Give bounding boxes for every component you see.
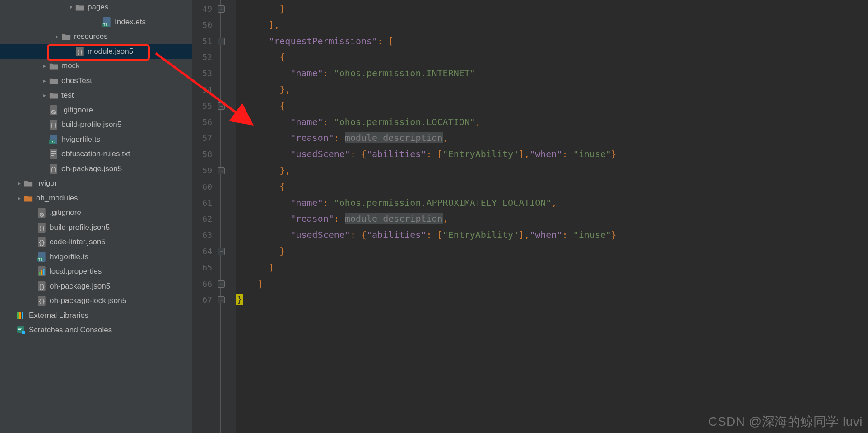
code-token: , — [443, 213, 448, 224]
code-token: ], — [519, 149, 529, 159]
svg-rect-15 — [51, 153, 56, 154]
code-token: , — [475, 116, 481, 127]
tree-item-index-ets[interactable]: TSIndex.ets — [0, 15, 192, 30]
code-token: { — [236, 100, 285, 111]
caret-brace: } — [236, 294, 243, 305]
line-number: 61 — [192, 195, 218, 211]
svg-text:TS: TS — [103, 23, 108, 27]
code-token: "usedScene" — [290, 149, 350, 159]
tree-item-hvigor[interactable]: ▸hvigor — [0, 176, 192, 191]
tree-item-resources[interactable]: ▸resources — [0, 29, 192, 44]
code-token: }, — [236, 84, 290, 95]
git-icon — [49, 105, 59, 115]
code-token: } — [236, 3, 285, 14]
tree-item-label: code-linter.json5 — [50, 237, 106, 247]
code-token — [236, 36, 269, 47]
tree-item--gitignore[interactable]: .gitignore — [0, 205, 192, 220]
fold-toggle-icon[interactable]: － — [218, 167, 225, 174]
tree-item-label: External Libraries — [29, 311, 88, 320]
svg-rect-30 — [39, 272, 40, 275]
code-token: , — [551, 197, 557, 208]
code-token: : [ — [426, 229, 442, 240]
folder-icon — [49, 76, 59, 86]
tree-item-oh-package-json5[interactable]: {}oh-package.json5 — [0, 279, 192, 294]
tree-item-hvigorfile-ts[interactable]: TShvigorfile.ts — [0, 132, 192, 147]
tree-item-oh-package-lock-json5[interactable]: {}oh-package-lock.json5 — [0, 293, 192, 308]
code-token: } — [236, 246, 285, 256]
code-token: module description — [345, 132, 443, 143]
tree-item-local-properties[interactable]: local.properties — [0, 264, 192, 279]
tree-item-oh-package-json5[interactable]: {}oh-package.json5 — [0, 162, 192, 177]
json5-icon: {} — [37, 281, 47, 291]
tree-item-hvigorfile-ts[interactable]: TShvigorfile.ts — [0, 250, 192, 265]
tree-item-module-json5[interactable]: {}module.json5 — [0, 44, 192, 59]
prop-icon — [37, 266, 47, 276]
tree-item-oh-modules[interactable]: ▸oh_modules — [0, 191, 192, 206]
tree-item-label: hvigor — [36, 179, 57, 188]
json5-icon: {} — [49, 164, 59, 174]
tree-item-code-linter-json5[interactable]: {}code-linter.json5 — [0, 235, 192, 250]
ts-icon: TS — [49, 135, 59, 144]
line-number: 55 — [192, 98, 218, 114]
tree-item-label: oh-package.json5 — [50, 282, 110, 291]
code-token — [236, 213, 290, 224]
line-numbers: 49505152535455565758596061626364656667 — [192, 0, 218, 433]
line-number: 63 — [192, 227, 218, 243]
tree-item--gitignore[interactable]: .gitignore — [0, 103, 192, 118]
tree-item-external-libraries[interactable]: External Libraries — [0, 308, 192, 323]
fold-toggle-icon[interactable]: － — [218, 248, 225, 255]
fold-toggle-icon[interactable]: － — [218, 5, 225, 13]
code-token: "name" — [290, 68, 323, 79]
txt-icon — [49, 149, 59, 159]
chevron-right-icon[interactable]: ▸ — [42, 78, 48, 84]
code-editor[interactable]: } ], "requestPermissions": [ { "name": "… — [236, 0, 868, 433]
chevron-right-icon[interactable]: ▸ — [16, 180, 23, 186]
tree-item-test[interactable]: ▸test — [0, 88, 192, 103]
tree-item-scratches-and-consoles[interactable]: Scratches and Consoles — [0, 323, 192, 338]
json5-icon: {} — [75, 47, 85, 56]
code-token: "EntryAbility" — [443, 149, 519, 159]
folder-icon — [23, 178, 33, 188]
fold-toggle-icon[interactable]: － — [218, 296, 225, 303]
svg-text:{}: {} — [50, 166, 57, 172]
svg-rect-16 — [51, 155, 55, 156]
svg-rect-31 — [41, 270, 42, 275]
fold-toggle-icon[interactable]: － — [218, 38, 225, 45]
git-icon — [37, 208, 47, 218]
tree-item-label: local.properties — [50, 267, 102, 276]
line-number: 58 — [192, 146, 218, 163]
code-token: } — [236, 278, 263, 289]
tree-item-build-profile-json5[interactable]: {}build-profile.json5 — [0, 117, 192, 132]
svg-text:{}: {} — [76, 49, 83, 55]
code-token: "name" — [290, 116, 323, 127]
tree-item-obfuscation-rules-txt[interactable]: obfuscation-rules.txt — [0, 147, 192, 162]
tree-item-ohostest[interactable]: ▸ohosTest — [0, 74, 192, 88]
tree-item-build-profile-json5[interactable]: {}build-profile.json5 — [0, 220, 192, 235]
fold-toggle-icon[interactable]: － — [218, 102, 225, 110]
code-token: { — [236, 181, 285, 192]
line-number: 51 — [192, 33, 218, 50]
line-number: 49 — [192, 1, 218, 17]
tree-item-label: hvigorfile.ts — [50, 252, 88, 261]
line-number: 57 — [192, 130, 218, 146]
chevron-right-icon[interactable]: ▸ — [54, 33, 60, 40]
chevron-right-icon[interactable]: ▸ — [42, 92, 48, 98]
line-number: 59 — [192, 163, 218, 179]
tree-item-pages[interactable]: ▾pages — [0, 0, 192, 15]
code-token: "when" — [529, 149, 562, 159]
line-number: 66 — [192, 276, 218, 292]
fold-toggle-icon[interactable]: － — [218, 280, 225, 288]
tree-item-mock[interactable]: ▸mock — [0, 59, 192, 74]
chevron-right-icon[interactable]: ▸ — [16, 195, 23, 201]
fold-column[interactable]: －－－－－－－ — [218, 0, 236, 433]
tree-item-label: oh-package-lock.json5 — [50, 296, 126, 305]
line-number: 62 — [192, 211, 218, 227]
chevron-down-icon[interactable]: ▾ — [68, 4, 74, 10]
tree-item-label: pages — [88, 3, 108, 12]
code-token: ], — [519, 229, 529, 240]
code-token: "ohos.permission.INTERNET" — [334, 68, 475, 79]
project-tree[interactable]: ▾pagesTSIndex.ets▸resources{}module.json… — [0, 0, 192, 433]
folder-icon — [49, 90, 59, 100]
tree-item-label: mock — [61, 61, 80, 70]
chevron-right-icon[interactable]: ▸ — [42, 63, 48, 69]
